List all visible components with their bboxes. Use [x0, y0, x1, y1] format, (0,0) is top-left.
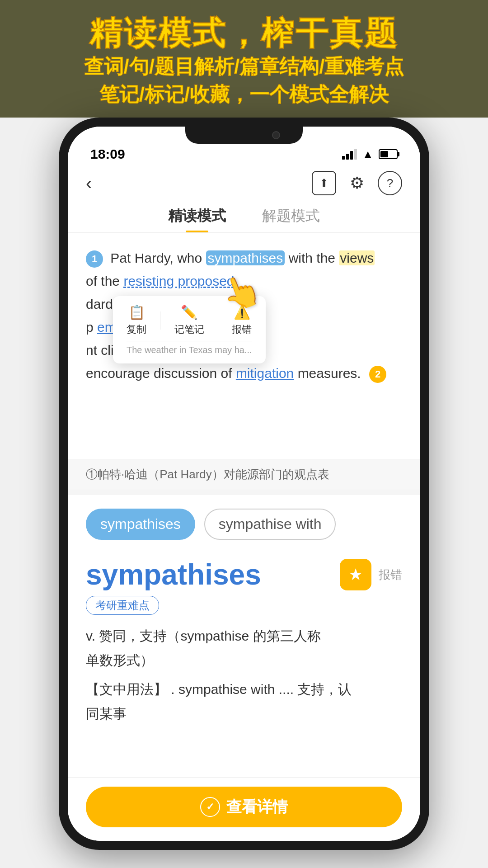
- context-copy-button[interactable]: 📋 复制: [127, 304, 146, 336]
- signal-bar-3: [350, 151, 353, 160]
- signal-bar-1: [342, 156, 345, 160]
- text-encourage: encourage discussion of: [86, 366, 236, 381]
- text-with-views: with the: [289, 250, 339, 265]
- chip-sympathise-with[interactable]: sympathise with: [204, 509, 336, 540]
- word-mitigation-link[interactable]: mitigation: [236, 366, 294, 381]
- view-detail-button[interactable]: ✓ 查看详情: [86, 787, 402, 827]
- section-separator: [68, 490, 420, 495]
- note-label: 记笔记: [174, 323, 204, 336]
- nav-icons: ⬆ ⚙ ?: [312, 171, 402, 195]
- word-actions: ★ 报错: [340, 559, 402, 590]
- report-button[interactable]: 报错: [379, 567, 402, 583]
- copy-icon: 📋: [128, 304, 145, 320]
- text-p: p: [86, 320, 94, 335]
- detail-btn-icon: ✓: [200, 797, 220, 817]
- gear-icon: ⚙: [350, 174, 364, 192]
- tab-jingdu[interactable]: 精读模式: [168, 206, 226, 232]
- phone-screen: 18:09 ▲ ‹ ⬆: [68, 127, 420, 841]
- word-chips: sympathises sympathise with: [68, 495, 420, 549]
- menu-divider-1: [160, 311, 160, 330]
- translation-text: ①帕特·哈迪（Pat Hardy）对能源部门的观点表: [86, 467, 329, 481]
- word-main-row: sympathises ★ 报错: [86, 558, 402, 591]
- battery-icon: [379, 149, 398, 159]
- translation-bar: ①帕特·哈迪（Pat Hardy）对能源部门的观点表: [68, 459, 420, 490]
- report-label-menu: 报错: [232, 323, 252, 336]
- share-button[interactable]: ⬆: [312, 171, 336, 195]
- detail-btn-label: 查看详情: [226, 797, 288, 817]
- banner-title: 精读模式，榨干真题: [18, 14, 470, 52]
- status-time: 18:09: [90, 146, 125, 162]
- copy-label: 复制: [127, 323, 146, 336]
- nav-bar: ‹ ⬆ ⚙ ?: [68, 166, 420, 200]
- note-icon: ✏️: [181, 304, 197, 320]
- signal-bar-2: [346, 154, 349, 160]
- status-icons: ▲: [342, 148, 398, 160]
- bottom-bar: ✓ 查看详情: [68, 777, 420, 841]
- phone-frame: 18:09 ▲ ‹ ⬆: [59, 118, 429, 850]
- paragraph-number: 1: [86, 250, 103, 268]
- context-tooltip: The weather in Texas may ha...: [127, 341, 252, 355]
- share-icon: ⬆: [319, 177, 328, 189]
- word-detail-section: sympathises ★ 报错 考研重难点 v. 赞同，支持（sympathi…: [68, 549, 420, 735]
- word-sympathises-highlight[interactable]: sympathises: [206, 250, 285, 265]
- checkmark-icon: ✓: [206, 801, 214, 813]
- back-button[interactable]: ‹: [86, 173, 92, 193]
- battery-fill: [380, 151, 388, 157]
- front-camera: [272, 131, 280, 139]
- menu-divider-2: [218, 311, 218, 330]
- text-measures: measures.: [298, 366, 361, 381]
- context-note-button[interactable]: ✏️ 记笔记: [174, 304, 204, 336]
- definition-text: v. 赞同，支持（sympathise 的第三人称单数形式）: [86, 628, 321, 668]
- text-before-highlight: Pat Hardy, who: [110, 250, 206, 265]
- tabs: 精读模式 解题模式: [68, 200, 420, 233]
- signal-icon: [342, 149, 357, 160]
- text-of-the: of the: [86, 274, 123, 288]
- star-button[interactable]: ★: [340, 559, 371, 590]
- word-tag: 考研重难点: [86, 596, 159, 615]
- help-icon: ?: [387, 176, 393, 190]
- wifi-icon: ▲: [362, 148, 373, 160]
- word-views-highlight: views: [339, 250, 375, 265]
- paragraph-number-2: 2: [369, 366, 386, 383]
- star-icon: ★: [348, 565, 363, 584]
- notch: [185, 127, 303, 144]
- reading-content: 1 Pat Hardy, who sympathises with the vi…: [68, 233, 420, 459]
- banner-subtitle-line1: 查词/句/题目解析/篇章结构/重难考点: [18, 52, 470, 80]
- word-definition: v. 赞同，支持（sympathise 的第三人称单数形式）: [86, 624, 402, 673]
- gear-button[interactable]: ⚙: [350, 174, 364, 193]
- tab-jieti[interactable]: 解题模式: [262, 206, 320, 232]
- chip-sympathises[interactable]: sympathises: [86, 509, 195, 540]
- usage-label: 【文中用法】: [86, 682, 167, 697]
- word-usage: 【文中用法】 . sympathise with .... 支持，认同某事: [86, 677, 402, 726]
- signal-bar-4: [354, 149, 357, 160]
- banner-subtitle-line2: 笔记/标记/收藏，一个模式全解决: [18, 80, 470, 108]
- help-button[interactable]: ?: [378, 171, 402, 195]
- top-banner: 精读模式，榨干真题 查词/句/题目解析/篇章结构/重难考点 笔记/标记/收藏，一…: [0, 0, 488, 118]
- word-main-text: sympathises: [86, 558, 261, 591]
